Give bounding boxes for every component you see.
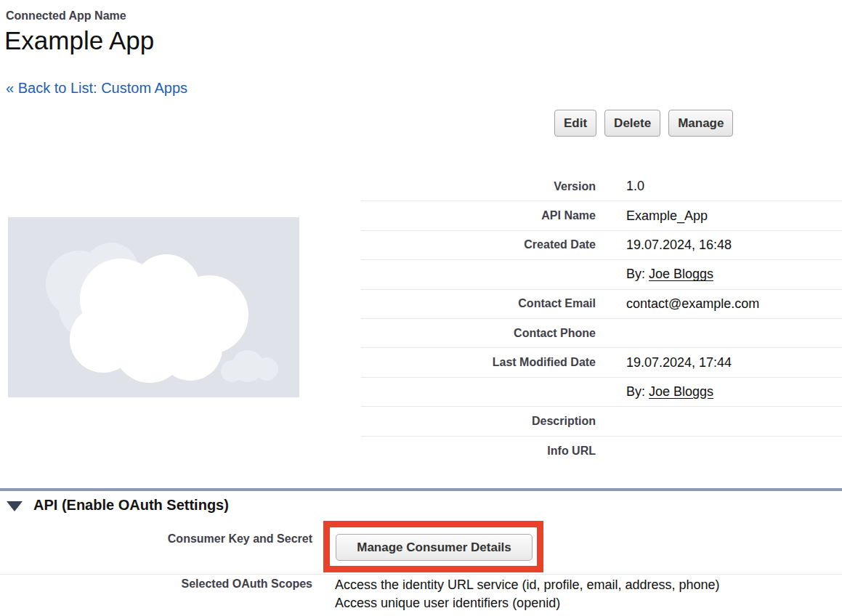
consumer-key-secret-label: Consumer Key and Secret xyxy=(0,532,312,546)
entity-label: Connected App Name xyxy=(6,9,126,23)
field-label: Last Modified Date xyxy=(361,356,596,369)
field-value: By: Joe Bloggs xyxy=(626,384,713,400)
section-divider-bar xyxy=(0,488,842,491)
field-label: Contact Phone xyxy=(361,327,596,340)
oauth-scope: Access unique user identifiers (openid) xyxy=(335,594,720,612)
field-value: 19.07.2024, 16:48 xyxy=(626,238,732,253)
detail-row: Version1.0 xyxy=(361,172,842,201)
field-label: Info URL xyxy=(361,445,596,458)
field-value: By: Joe Bloggs xyxy=(626,267,713,282)
field-value: 1.0 xyxy=(626,179,644,194)
page-title: Example App xyxy=(4,26,154,55)
detail-row: Contact Phone xyxy=(361,319,842,348)
selected-oauth-scopes-label: Selected OAuth Scopes xyxy=(0,578,312,591)
row-divider xyxy=(0,574,842,575)
back-to-list-link[interactable]: « Back to List: Custom Apps xyxy=(6,80,187,97)
manage-consumer-details-button[interactable]: Manage Consumer Details xyxy=(336,534,533,561)
delete-button[interactable]: Delete xyxy=(604,110,660,137)
detail-row: By: Joe Bloggs xyxy=(361,260,842,289)
field-label: Contact Email xyxy=(361,297,596,310)
edit-button[interactable]: Edit xyxy=(554,110,596,137)
field-label: API Name xyxy=(361,209,596,222)
field-label: Description xyxy=(361,415,596,428)
detail-row: Description xyxy=(361,407,842,436)
detail-row: API NameExample_App xyxy=(361,201,842,230)
detail-row: By: Joe Bloggs xyxy=(361,378,842,407)
oauth-section-title: API (Enable OAuth Settings) xyxy=(33,497,229,514)
field-value: 19.07.2024, 17:44 xyxy=(626,355,732,370)
oauth-scope: Access the identity URL service (id, pro… xyxy=(335,576,720,594)
toolbar: EditDeleteManage xyxy=(554,110,733,137)
collapse-triangle-icon[interactable] xyxy=(7,501,23,511)
field-value: contact@example.com xyxy=(626,296,759,312)
manage-button[interactable]: Manage xyxy=(668,110,733,137)
detail-row: Contact Emailcontact@example.com xyxy=(361,290,842,319)
user-link[interactable]: Joe Bloggs xyxy=(649,384,713,399)
oauth-scopes-values: Access the identity URL service (id, pro… xyxy=(335,576,720,612)
detail-row: Last Modified Date19.07.2024, 17:44 xyxy=(361,348,842,377)
cloud-illustration xyxy=(8,217,299,397)
detail-row: Created Date19.07.2024, 16:48 xyxy=(361,231,842,260)
field-value: Example_App xyxy=(626,208,708,224)
detail-table: Version1.0API NameExample_AppCreated Dat… xyxy=(361,172,842,466)
field-label: Version xyxy=(361,180,596,193)
oauth-section-header: API (Enable OAuth Settings) xyxy=(7,497,229,514)
annotation-highlight-box: Manage Consumer Details xyxy=(323,521,543,572)
user-link[interactable]: Joe Bloggs xyxy=(649,267,713,281)
field-label: Created Date xyxy=(361,238,596,251)
detail-row: Info URL xyxy=(361,437,842,466)
